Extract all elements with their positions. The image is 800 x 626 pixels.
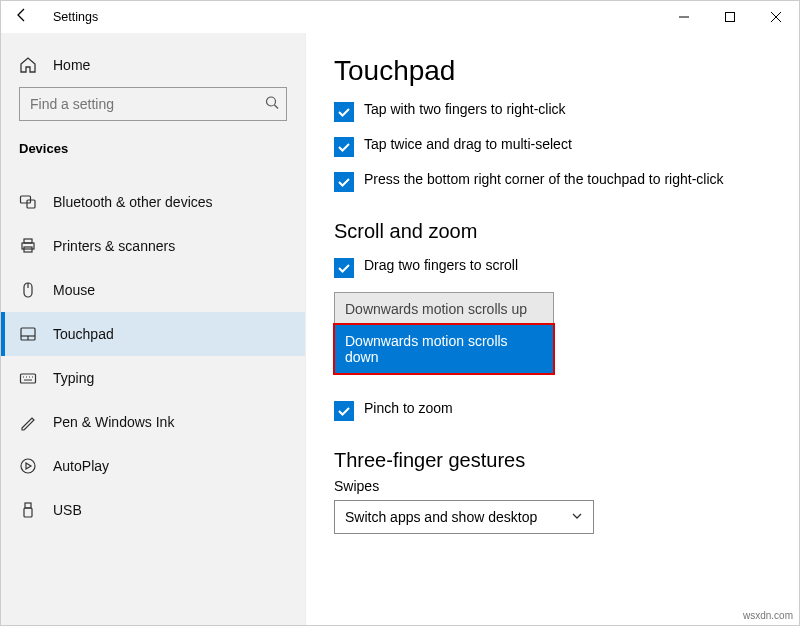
sidebar-item-printers[interactable]: Printers & scanners (1, 224, 305, 268)
page-title: Touchpad (334, 55, 775, 87)
swipes-select[interactable]: Switch apps and show desktop (334, 500, 594, 534)
swipes-label: Swipes (334, 478, 775, 494)
close-icon (771, 12, 781, 22)
home-icon (19, 56, 37, 74)
usb-icon (19, 501, 37, 519)
check-drag-two-scroll[interactable]: Drag two fingers to scroll (334, 257, 775, 278)
sidebar-item-touchpad[interactable]: Touchpad (1, 312, 305, 356)
svg-rect-16 (21, 374, 36, 383)
nav-home[interactable]: Home (1, 43, 305, 87)
sidebar-item-label: Pen & Windows Ink (53, 414, 174, 430)
maximize-icon (725, 12, 735, 22)
window-title: Settings (43, 10, 98, 24)
three-finger-heading: Three-finger gestures (334, 449, 775, 472)
sidebar-item-autoplay[interactable]: AutoPlay (1, 444, 305, 488)
sidebar-item-label: USB (53, 502, 82, 518)
minimize-icon (679, 12, 689, 22)
content-pane: Touchpad Tap with two fingers to right-c… (306, 33, 799, 625)
sidebar-item-label: Printers & scanners (53, 238, 175, 254)
check-label: Pinch to zoom (364, 400, 453, 416)
devices-icon (19, 193, 37, 211)
sidebar-item-mouse[interactable]: Mouse (1, 268, 305, 312)
check-label: Tap twice and drag to multi-select (364, 136, 572, 152)
check-tap-twice-drag[interactable]: Tap twice and drag to multi-select (334, 136, 775, 157)
titlebar: Settings (1, 1, 799, 33)
checkbox-icon (334, 172, 354, 192)
check-tap-two-fingers[interactable]: Tap with two fingers to right-click (334, 101, 775, 122)
touchpad-icon (19, 325, 37, 343)
chevron-down-icon (571, 509, 583, 525)
check-label: Drag two fingers to scroll (364, 257, 518, 273)
back-button[interactable] (1, 7, 43, 27)
check-label: Press the bottom right corner of the tou… (364, 171, 724, 187)
svg-line-5 (275, 105, 279, 109)
svg-rect-23 (25, 503, 31, 508)
sidebar-item-label: Mouse (53, 282, 95, 298)
sidebar-item-label: Bluetooth & other devices (53, 194, 213, 210)
dropdown-option-down[interactable]: Downwards motion scrolls down (335, 325, 553, 373)
svg-rect-9 (24, 239, 32, 243)
svg-rect-1 (726, 13, 735, 22)
sidebar-item-pen[interactable]: Pen & Windows Ink (1, 400, 305, 444)
checkbox-icon (334, 137, 354, 157)
sidebar-item-bluetooth[interactable]: Bluetooth & other devices (1, 180, 305, 224)
dropdown-option-up[interactable]: Downwards motion scrolls up (335, 293, 553, 325)
sidebar-item-label: AutoPlay (53, 458, 109, 474)
arrow-left-icon (14, 7, 30, 23)
maximize-button[interactable] (707, 1, 753, 33)
swipes-value: Switch apps and show desktop (345, 509, 537, 525)
mouse-icon (19, 281, 37, 299)
check-label: Tap with two fingers to right-click (364, 101, 566, 117)
sidebar-item-label: Typing (53, 370, 94, 386)
nav-home-label: Home (53, 57, 90, 73)
sidebar-section-devices: Devices (1, 127, 305, 162)
svg-point-4 (267, 97, 276, 106)
scroll-zoom-heading: Scroll and zoom (334, 220, 775, 243)
check-pinch-zoom[interactable]: Pinch to zoom (334, 400, 775, 421)
scroll-direction-dropdown[interactable]: Downwards motion scrolls up Downwards mo… (334, 292, 554, 374)
check-bottom-right[interactable]: Press the bottom right corner of the tou… (334, 171, 775, 192)
sidebar: Home Devices Bluetooth & other devices P… (1, 33, 306, 625)
keyboard-icon (19, 369, 37, 387)
svg-rect-24 (24, 508, 32, 517)
sidebar-item-label: Touchpad (53, 326, 114, 342)
svg-point-22 (21, 459, 35, 473)
checkbox-icon (334, 258, 354, 278)
search-input[interactable] (19, 87, 287, 121)
checkbox-icon (334, 401, 354, 421)
pen-icon (19, 413, 37, 431)
autoplay-icon (19, 457, 37, 475)
sidebar-item-typing[interactable]: Typing (1, 356, 305, 400)
sidebar-item-usb[interactable]: USB (1, 488, 305, 532)
minimize-button[interactable] (661, 1, 707, 33)
checkbox-icon (334, 102, 354, 122)
search-icon (265, 96, 279, 113)
printer-icon (19, 237, 37, 255)
close-button[interactable] (753, 1, 799, 33)
watermark: wsxdn.com (743, 610, 793, 621)
